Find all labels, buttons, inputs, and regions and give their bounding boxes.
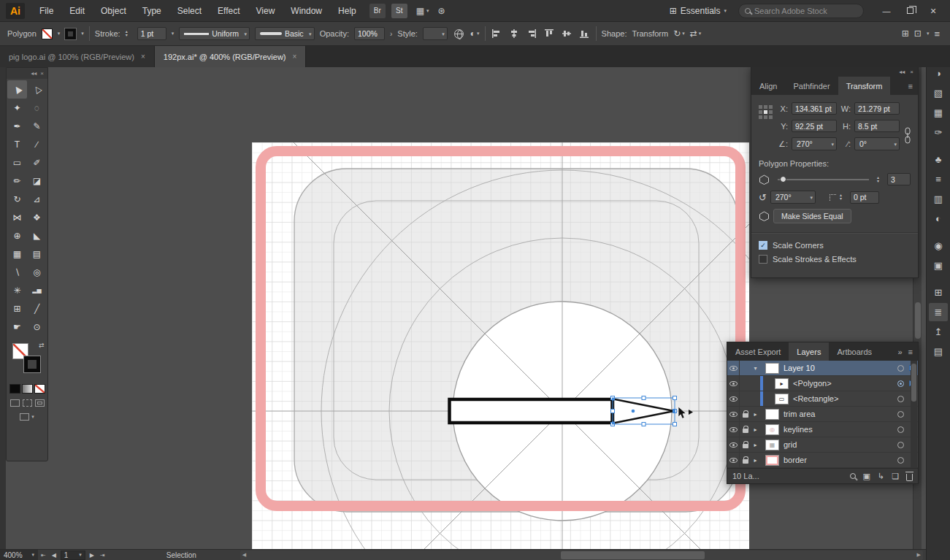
tab-pig-logo[interactable]: pig logo.ai @ 100% (RGB/Preview) × <box>0 46 155 67</box>
layer-row-layer-10[interactable]: ▾ Layer 10 <box>727 361 918 376</box>
layer-row-border[interactable]: ▸ border <box>727 453 918 468</box>
document-setup-globe-icon[interactable] <box>453 28 465 40</box>
sides-input[interactable] <box>887 173 911 185</box>
collapse-panel-icon[interactable]: ◂◂ <box>31 70 37 77</box>
expand-panel-icon[interactable]: » <box>897 348 902 356</box>
align-left-icon[interactable] <box>491 28 503 40</box>
control-panel-menu-icon[interactable]: ≡ <box>934 28 940 39</box>
tab-close-icon[interactable]: × <box>293 53 297 61</box>
line-segment-tool[interactable]: ∕ <box>27 135 47 153</box>
transform-panel-grip[interactable]: ◂◂ × <box>751 66 918 77</box>
adobe-stock-search[interactable] <box>738 4 864 18</box>
sides-slider[interactable] <box>778 179 869 180</box>
graphic-style-dropdown[interactable] <box>423 27 448 40</box>
transparency-icon[interactable]: ◐ <box>929 210 948 228</box>
layer-row-keylines[interactable]: ▸ ◎ keylines <box>727 422 918 437</box>
stroke-icon[interactable]: ≡ <box>929 170 948 188</box>
color-button[interactable] <box>9 384 20 394</box>
layer-row-rectangle[interactable]: ▭ <Rectangle> <box>727 391 918 407</box>
eraser-tool[interactable]: ◪ <box>27 172 47 190</box>
rotate-dropdown[interactable]: 270° <box>792 137 837 150</box>
close-button[interactable]: × <box>922 1 944 20</box>
corner-radius-input[interactable] <box>850 191 879 204</box>
artboard-tool[interactable]: ⊞ <box>7 299 27 318</box>
last-artboard-icon[interactable]: ⇥ <box>97 552 108 559</box>
zoom-level-dropdown[interactable]: 400%▾ <box>0 550 38 560</box>
target-indicator[interactable] <box>894 411 907 418</box>
delete-selection-icon[interactable] <box>906 474 913 481</box>
appearance-icon[interactable]: ◉ <box>929 237 948 255</box>
visibility-toggle[interactable] <box>727 376 740 391</box>
horizontal-scrollbar[interactable]: ◀ ▶ <box>240 551 923 560</box>
scale-tool[interactable]: ⊿ <box>27 190 47 208</box>
tab-close-icon[interactable]: × <box>141 53 145 61</box>
transform-label[interactable]: Transform <box>632 29 668 38</box>
column-graph-tool[interactable]: ▂▅ <box>27 281 47 299</box>
tab-pathfinder[interactable]: Pathfinder <box>785 77 838 95</box>
x-input[interactable] <box>792 102 837 115</box>
gradient-button[interactable] <box>22 384 33 394</box>
layer-name[interactable]: border <box>784 456 894 464</box>
scale-corners-checkbox[interactable]: ✓ <box>759 241 767 250</box>
menu-select[interactable]: Select <box>170 6 209 16</box>
lock-toggle[interactable] <box>740 426 751 433</box>
menu-effect[interactable]: Effect <box>210 6 247 16</box>
gradient-tool[interactable]: ▤ <box>27 245 47 263</box>
rectangle-shape[interactable] <box>450 399 613 423</box>
search-input[interactable] <box>754 7 849 15</box>
vertical-scrollbar-thumb[interactable] <box>915 302 921 339</box>
mesh-tool[interactable]: ▦ <box>7 245 27 263</box>
document-grid-icon[interactable]: ⊞ <box>902 28 909 39</box>
visibility-toggle[interactable] <box>727 422 740 437</box>
opacity-input[interactable] <box>354 27 385 40</box>
target-indicator[interactable] <box>894 457 907 464</box>
menu-help[interactable]: Help <box>331 6 364 16</box>
bridge-button[interactable]: Br <box>369 4 386 18</box>
layers-scrollbar-thumb[interactable] <box>911 364 916 402</box>
shear-dropdown[interactable]: 0° <box>854 137 900 150</box>
shaper-tool[interactable]: ✏ <box>7 172 27 190</box>
lock-toggle[interactable] <box>740 441 751 448</box>
tab-asset-export[interactable]: Asset Export <box>727 342 789 361</box>
y-input[interactable] <box>792 120 837 132</box>
layer-name[interactable]: trim area <box>784 410 894 418</box>
collapse-panel-icon[interactable]: ◂◂ <box>899 69 905 75</box>
arrange-documents-icon[interactable]: ▦▾ <box>416 6 429 16</box>
panel-menu-icon[interactable]: ≡ <box>908 348 913 356</box>
swatches-icon[interactable]: ▦ <box>929 104 948 122</box>
h-input[interactable] <box>854 120 900 132</box>
menu-window[interactable]: Window <box>283 6 329 16</box>
align-top-icon[interactable] <box>543 28 556 40</box>
visibility-toggle[interactable] <box>727 361 740 375</box>
next-artboard-icon[interactable]: ▶ <box>87 552 97 559</box>
rotate-tool[interactable]: ↻ <box>7 190 27 208</box>
brush-definition-dropdown[interactable]: Basic <box>255 27 315 40</box>
workspace-switcher[interactable]: ⊞ Essentials ▾ <box>670 6 727 16</box>
tab-192px[interactable]: 192px.ai* @ 400% (RGB/Preview) × <box>155 46 307 67</box>
perspective-grid-tool[interactable]: ◣ <box>27 226 47 245</box>
menu-object[interactable]: Object <box>93 6 134 16</box>
opacity-expand-icon[interactable]: › <box>390 30 392 38</box>
paintbrush-tool[interactable]: ✐ <box>27 153 47 172</box>
symbols-icon[interactable]: ♣ <box>929 150 948 169</box>
previous-artboard-icon[interactable]: ◀ <box>49 552 59 559</box>
fill-color-swatch[interactable] <box>42 28 53 39</box>
stroke-weight-input[interactable] <box>137 27 166 40</box>
layer-name[interactable]: grid <box>784 440 894 449</box>
target-indicator[interactable] <box>894 426 907 433</box>
horizontal-scrollbar-thumb[interactable] <box>561 551 704 559</box>
disclosure-triangle[interactable]: ▾ <box>751 365 760 372</box>
close-panel-icon[interactable]: × <box>40 70 44 77</box>
align-center-icon[interactable] <box>508 28 521 40</box>
none-button[interactable] <box>34 384 45 394</box>
target-indicator[interactable] <box>894 442 907 448</box>
rectangle-tool[interactable]: ▭ <box>7 153 27 172</box>
artboard-canvas[interactable] <box>252 142 749 549</box>
brushes-icon[interactable]: ✑ <box>929 123 948 142</box>
blend-tool[interactable]: ◎ <box>27 263 47 281</box>
new-sublayer-icon[interactable]: ↳ <box>878 472 884 481</box>
libraries-icon[interactable]: ▤ <box>929 342 948 361</box>
hand-tool[interactable]: ☛ <box>7 318 27 336</box>
curvature-tool[interactable]: ✎ <box>27 117 47 135</box>
constrain-proportions-icon[interactable] <box>903 127 912 145</box>
